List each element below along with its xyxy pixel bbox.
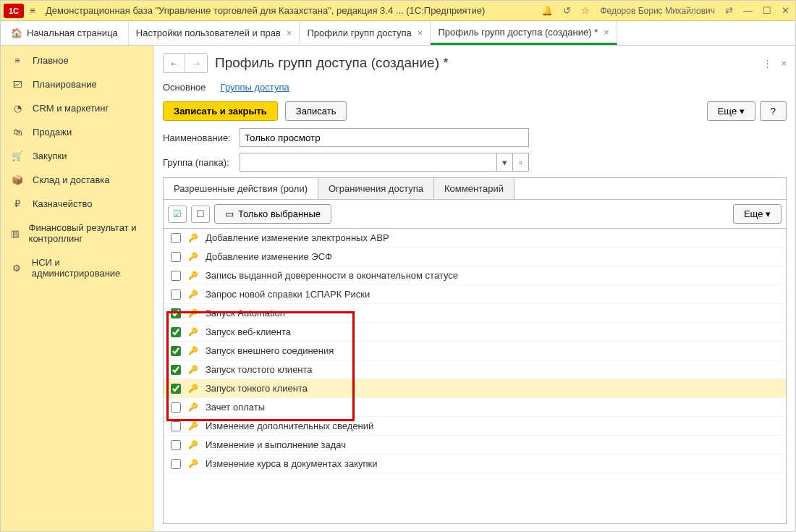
minimize-icon[interactable]: —	[740, 4, 755, 17]
uncheck-all-button[interactable]: ☐	[191, 206, 210, 223]
key-icon: 🔑	[188, 402, 198, 412]
list-item[interactable]: 🔑Запуск Automation	[164, 304, 786, 323]
sidebar-item-treasury[interactable]: ₽Казначейство	[1, 192, 153, 216]
sidebar-item-crm[interactable]: ◔CRM и маркетинг	[1, 96, 153, 120]
role-checkbox[interactable]	[171, 290, 181, 300]
tab-home[interactable]: 🏠 Начальная страница	[1, 21, 129, 45]
list-item[interactable]: 🔑Запуск внешнего соединения	[164, 342, 786, 360]
list-item[interactable]: 🔑Запись выданной доверенности в окончате…	[164, 266, 786, 285]
box-icon: 📦	[11, 174, 24, 185]
list-item[interactable]: 🔑Запрос новой справки 1СПАРК Риски	[164, 285, 786, 304]
link-groups[interactable]: Группы доступа	[221, 82, 289, 93]
save-close-button[interactable]: Записать и закрыть	[163, 101, 278, 121]
role-checkbox[interactable]	[171, 271, 181, 281]
sidebar-item-nsi[interactable]: ⚙НСИ и администрирование	[1, 250, 153, 285]
key-icon: 🔑	[188, 327, 198, 337]
link-main[interactable]: Основное	[163, 82, 206, 93]
tab-label: Настройки пользователей и прав	[136, 28, 281, 38]
close-icon[interactable]: ×	[604, 27, 609, 38]
sidebar-item-planning[interactable]: 🗠Планирование	[1, 72, 153, 96]
inner-tabs: Разрешенные действия (роли) Ограничения …	[163, 177, 787, 199]
tab-label: Профиль групп доступа (создание) *	[438, 27, 598, 38]
forward-button[interactable]: →	[185, 54, 207, 72]
tab-profiles[interactable]: Профили групп доступа ×	[300, 21, 431, 45]
sidebar-item-sales[interactable]: 🛍Продажи	[1, 120, 153, 144]
main-content: ← → Профиль групп доступа (создание) * ⋮…	[154, 46, 795, 531]
role-checkbox[interactable]	[171, 252, 181, 262]
role-checkbox[interactable]	[171, 346, 181, 356]
role-checkbox[interactable]	[171, 233, 181, 243]
role-checkbox[interactable]	[171, 327, 181, 337]
key-icon: 🔑	[188, 252, 198, 261]
group-combo[interactable]: ▾ ▫	[240, 153, 529, 172]
list-item[interactable]: 🔑Запуск толстого клиента	[164, 360, 786, 379]
bell-icon[interactable]: 🔔	[538, 4, 556, 17]
inner-tab-roles[interactable]: Разрешенные действия (роли)	[164, 178, 318, 199]
list-item[interactable]: 🔑Запуск тонкого клиента	[164, 379, 786, 398]
group-input[interactable]	[240, 153, 496, 171]
sidebar-item-label: Продажи	[33, 127, 72, 138]
close-icon[interactable]: ✕	[779, 4, 792, 17]
sidebar-item-main[interactable]: ≡Главное	[1, 48, 153, 72]
key-icon: 🔑	[188, 384, 198, 393]
name-input[interactable]	[240, 128, 529, 147]
filter-icon: ▭	[225, 208, 234, 219]
more-button[interactable]: Еще ▾	[707, 101, 755, 121]
role-checkbox[interactable]	[171, 440, 181, 450]
list-item[interactable]: 🔑Изменение курса в документах закупки	[164, 455, 786, 473]
cart-icon: 🛒	[11, 151, 24, 161]
list-item[interactable]: 🔑Изменение и выполнение задач	[164, 436, 786, 455]
page-title: Профиль групп доступа (создание) *	[215, 55, 449, 71]
menu-icon[interactable]: ≡	[24, 5, 41, 16]
role-checkbox[interactable]	[171, 402, 181, 413]
equals-icon[interactable]: ⇄	[722, 4, 736, 17]
group-label: Группа (папка):	[163, 157, 234, 168]
sidebar-item-label: Склад и доставка	[33, 174, 110, 185]
save-button[interactable]: Записать	[285, 101, 347, 121]
back-button[interactable]: ←	[164, 54, 185, 72]
close-icon[interactable]: ×	[287, 28, 292, 38]
sidebar-item-label: CRM и маркетинг	[33, 103, 109, 114]
chart-icon: 🗠	[11, 79, 24, 90]
list-item[interactable]: 🔑Добавление изменение ЭСФ	[164, 248, 786, 266]
key-icon: 🔑	[188, 233, 198, 242]
maximize-icon[interactable]: ☐	[760, 4, 774, 17]
role-label: Добавление изменение ЭСФ	[206, 251, 332, 262]
star-icon[interactable]: ☆	[578, 4, 593, 17]
list-item[interactable]: 🔑Добавление изменение электронных АВР	[164, 229, 786, 248]
tab-settings[interactable]: Настройки пользователей и прав ×	[129, 21, 300, 45]
page-close-icon[interactable]: ×	[781, 58, 787, 69]
inner-tab-restrictions[interactable]: Ограничения доступа	[318, 178, 434, 199]
role-checkbox[interactable]	[171, 384, 181, 394]
sidebar-item-finance[interactable]: ▥Финансовый результат и контроллинг	[1, 216, 153, 250]
bag-icon: 🛍	[11, 127, 24, 138]
list-item[interactable]: 🔑Зачет оплаты	[164, 398, 786, 417]
close-icon[interactable]: ×	[418, 28, 423, 38]
list-item[interactable]: 🔑Запуск веб-клиента	[164, 323, 786, 342]
role-label: Запуск толстого клиента	[206, 364, 313, 375]
key-icon: 🔑	[188, 308, 198, 318]
key-icon: 🔑	[188, 290, 198, 299]
role-checkbox[interactable]	[171, 365, 181, 375]
user-name[interactable]: Федоров Борис Михайлович	[597, 4, 718, 17]
tab-profile-create[interactable]: Профиль групп доступа (создание) * ×	[431, 21, 617, 45]
list-item[interactable]: 🔑Изменение дополнительных сведений	[164, 417, 786, 436]
role-checkbox[interactable]	[171, 308, 181, 318]
role-checkbox[interactable]	[171, 421, 181, 431]
sidebar-item-warehouse[interactable]: 📦Склад и доставка	[1, 168, 153, 192]
role-checkbox[interactable]	[171, 459, 181, 469]
app-title: Демонстрационная база "Управление торгов…	[41, 5, 538, 16]
only-selected-button[interactable]: ▭Только выбранные	[214, 204, 331, 224]
check-all-button[interactable]: ☑	[168, 206, 187, 223]
dropdown-icon[interactable]: ▾	[496, 153, 512, 171]
sidebar-item-purchases[interactable]: 🛒Закупки	[1, 144, 153, 168]
inner-tab-comment[interactable]: Комментарий	[434, 178, 515, 199]
open-icon[interactable]: ▫	[512, 153, 528, 171]
role-label: Изменение курса в документах закупки	[206, 458, 377, 469]
sidebar-item-label: Закупки	[33, 151, 67, 161]
history-icon[interactable]: ↺	[560, 4, 574, 17]
help-button[interactable]: ?	[760, 101, 787, 121]
menu-dots-icon[interactable]: ⋮	[763, 58, 772, 69]
roles-more-button[interactable]: Еще ▾	[733, 204, 782, 224]
role-label: Запуск внешнего соединения	[206, 345, 334, 356]
